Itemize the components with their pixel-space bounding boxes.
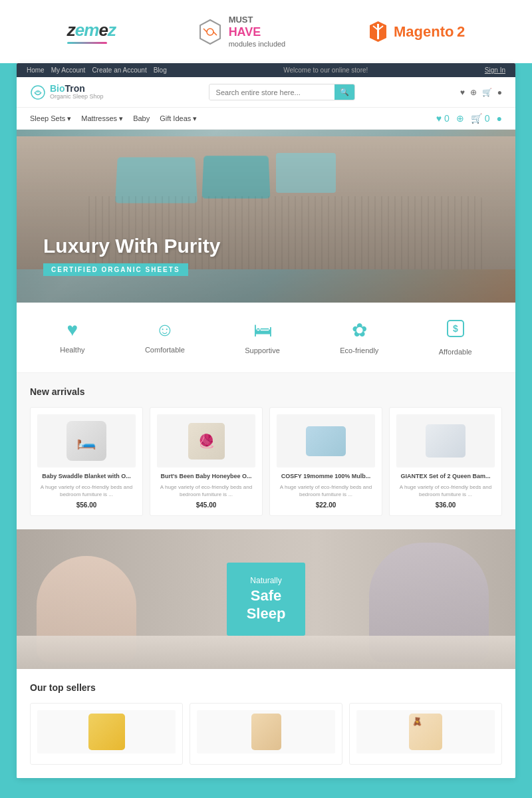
- zemes-logo: zemez: [67, 20, 116, 44]
- must-have-text: MUST HAVE modules included: [229, 15, 286, 48]
- nav-compare-icon[interactable]: ⊕: [456, 113, 464, 124]
- feature-supportive-label: Supportive: [245, 346, 280, 354]
- smile-icon: ☺: [156, 319, 175, 340]
- logo-tron: Tron: [65, 83, 85, 94]
- toddler-product-image: [251, 714, 281, 750]
- account-icon[interactable]: ●: [497, 88, 502, 97]
- svg-point-1: [207, 29, 213, 35]
- nav-home[interactable]: Home: [27, 66, 45, 74]
- magento-version: 2: [457, 23, 465, 40]
- svg-marker-0: [200, 20, 220, 44]
- mattress: [17, 636, 515, 669]
- store-header: BioTron Organic Sleep Shop 🔍 ♥ ⊕ 🛒 ●: [17, 77, 515, 108]
- safe-sleep-title: Safe Sleep: [247, 587, 286, 622]
- feature-eco-label: Eco-friendly: [340, 346, 378, 354]
- product-card-3[interactable]: COSFY 19momme 100% Mulb... A huge variet…: [269, 407, 382, 516]
- product-card-2[interactable]: 🧶 Burt's Been Baby Honeybee O... A huge …: [150, 407, 263, 516]
- branding-bar: zemez MUST HAVE modules included Magento…: [0, 0, 532, 63]
- safe-sleep-naturally: Naturally: [247, 576, 286, 585]
- nav-heart-icon[interactable]: ♥ 0: [436, 113, 450, 124]
- nav-cart-icon[interactable]: 🛒 0: [471, 113, 490, 124]
- dollar-icon: $: [446, 319, 465, 342]
- header-icons: ♥ ⊕ 🛒 ●: [460, 88, 502, 97]
- product-name-2: Burt's Been Baby Honeybee O...: [157, 473, 255, 481]
- nav-my-account[interactable]: My Account: [51, 66, 86, 74]
- product-desc-4: A huge variety of eco-friendly beds and …: [396, 483, 495, 498]
- nav-create-account[interactable]: Create an Account: [92, 66, 146, 74]
- safe-sleep-banner: Naturally Safe Sleep: [17, 529, 515, 669]
- search-button[interactable]: 🔍: [334, 84, 354, 100]
- pillow-blue-image: [306, 426, 346, 456]
- svg-text:$: $: [453, 323, 458, 334]
- magento-badge: Magento 2: [366, 20, 465, 43]
- top-sellers-grid: [30, 703, 502, 765]
- new-arrivals-section: New arrivals Baby Swaddle Blanket with O…: [17, 373, 515, 529]
- product-desc-3: A huge variety of eco-friendly beds and …: [277, 483, 375, 498]
- product-card-1[interactable]: Baby Swaddle Blanket with O... A huge va…: [30, 407, 143, 516]
- logo-sub: Organic Sleep Shop: [50, 94, 104, 100]
- top-nav-links: Home My Account Create an Account Blog: [27, 66, 167, 74]
- features-bar: ♥ Healthy ☺ Comfortable 🛏 Supportive ✿ E…: [17, 303, 515, 373]
- store-main-nav: Sleep Sets ▾ Mattresses ▾ Baby Gift Idea…: [17, 108, 515, 130]
- sign-in-link[interactable]: Sign In: [485, 66, 505, 74]
- safe-text: Safe: [251, 587, 281, 604]
- hero-text: Luxury With Purity CERTIFIED ORGANIC SHE…: [43, 235, 220, 276]
- magento-text: Magento 2: [394, 23, 465, 41]
- nav-gift-ideas[interactable]: Gift Ideas ▾: [160, 114, 197, 123]
- product-price-4: $36.00: [396, 501, 495, 509]
- product-card-4[interactable]: GIANTEX Set of 2 Queen Bam... A huge var…: [389, 407, 502, 516]
- logo-bio: Bio: [50, 83, 65, 94]
- nav-baby[interactable]: Baby: [133, 114, 150, 122]
- have-label: HAVE: [229, 25, 286, 40]
- toddler2-product-image: [409, 714, 442, 750]
- top-seller-2[interactable]: [190, 703, 342, 765]
- zemes-wordmark: zemez: [67, 20, 116, 41]
- product-name-3: COSFY 19momme 100% Mulb...: [277, 473, 375, 481]
- nav-dot-icon: ●: [497, 113, 502, 124]
- nav-blog[interactable]: Blog: [154, 66, 167, 74]
- safe-sleep-box: Naturally Safe Sleep: [227, 563, 306, 636]
- welcome-message: Welcome to our online store!: [283, 66, 368, 74]
- must-label: MUST: [229, 15, 286, 25]
- feature-supportive: 🛏 Supportive: [245, 319, 280, 356]
- hero-subtitle: CERTIFIED ORGANIC SHEETS: [43, 263, 188, 276]
- product-name-4: GIANTEX Set of 2 Queen Bam...: [396, 473, 495, 481]
- zemes-underline: [67, 42, 107, 44]
- feature-healthy: ♥ Healthy: [60, 319, 84, 356]
- top-seller-image-1: [37, 710, 176, 753]
- product-image-2: 🧶: [157, 414, 255, 467]
- cart-icon[interactable]: 🛒: [482, 88, 492, 97]
- logo-icon: [30, 84, 46, 100]
- top-seller-image-2: [197, 710, 335, 753]
- nav-mattresses[interactable]: Mattresses ▾: [81, 114, 123, 123]
- hexagon-icon: [197, 19, 223, 45]
- blanket-image: [66, 421, 106, 461]
- product-image-3: [277, 414, 375, 467]
- modules-label: modules included: [229, 40, 286, 49]
- heart-icon: ♥: [67, 319, 78, 340]
- hero-title: Luxury With Purity: [43, 235, 220, 257]
- store-logo: BioTron Organic Sleep Shop: [30, 84, 104, 100]
- product-desc-1: A huge variety of eco-friendly beds and …: [37, 483, 136, 498]
- magento-label: Magento: [394, 23, 454, 40]
- product-image-1: [37, 414, 136, 467]
- wishlist-icon[interactable]: ♥: [460, 88, 465, 97]
- feature-affordable: $ Affordable: [439, 319, 472, 356]
- nav-sleep-sets[interactable]: Sleep Sets ▾: [30, 114, 71, 123]
- product-price-1: $56.00: [37, 501, 136, 509]
- search-bar[interactable]: 🔍: [209, 84, 355, 100]
- product-price-3: $22.00: [277, 501, 375, 509]
- top-seller-3[interactable]: [349, 703, 502, 765]
- feature-comfortable-label: Comfortable: [145, 346, 185, 354]
- flower-icon: ✿: [352, 319, 367, 341]
- product-image-4: [396, 414, 495, 467]
- top-sellers-title: Our top sellers: [30, 682, 502, 693]
- products-grid: Baby Swaddle Blanket with O... A huge va…: [30, 407, 502, 516]
- search-input[interactable]: [209, 85, 334, 100]
- top-seller-1[interactable]: [30, 703, 183, 765]
- sleep-text: Sleep: [247, 605, 286, 622]
- feature-affordable-label: Affordable: [439, 348, 472, 356]
- top-seller-image-3: [356, 710, 495, 753]
- feature-healthy-label: Healthy: [60, 346, 84, 354]
- compare-icon[interactable]: ⊕: [470, 88, 477, 97]
